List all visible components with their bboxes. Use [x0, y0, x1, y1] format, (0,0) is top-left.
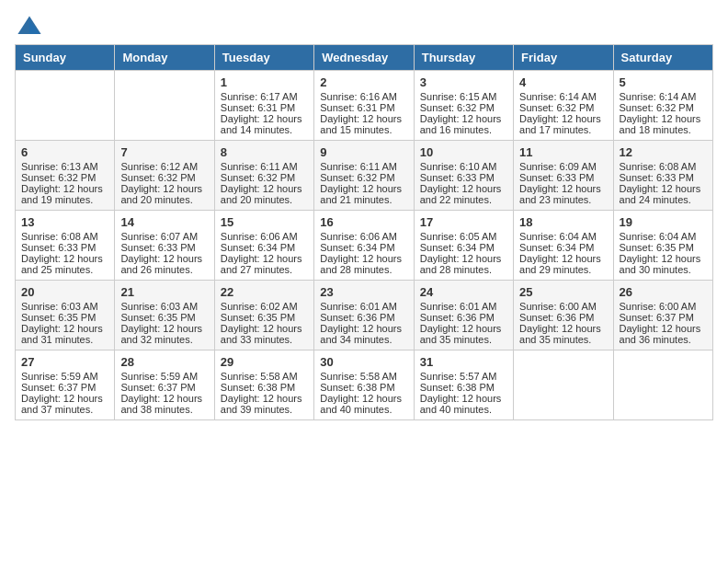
sunset-text: Sunset: 6:36 PM: [320, 312, 407, 323]
day-number: 11: [519, 145, 607, 159]
sunrise-text: Sunrise: 6:07 AM: [120, 231, 208, 242]
daylight-text: Daylight: 12 hours and 23 minutes.: [519, 183, 607, 205]
daylight-text: Daylight: 12 hours and 25 minutes.: [21, 253, 108, 275]
day-number: 5: [620, 75, 707, 89]
daylight-text: Daylight: 12 hours and 40 minutes.: [320, 393, 407, 415]
day-number: 7: [120, 145, 208, 159]
day-number: 24: [420, 285, 507, 299]
day-number: 28: [120, 355, 208, 369]
sunrise-text: Sunrise: 6:09 AM: [519, 161, 607, 172]
calendar-cell: 4Sunrise: 6:14 AMSunset: 6:32 PMDaylight…: [514, 71, 613, 141]
calendar-cell: 29Sunrise: 5:58 AMSunset: 6:38 PMDayligh…: [214, 350, 313, 420]
daylight-text: Daylight: 12 hours and 26 minutes.: [120, 253, 208, 275]
sunrise-text: Sunrise: 6:10 AM: [420, 161, 507, 172]
daylight-text: Daylight: 12 hours and 30 minutes.: [620, 253, 707, 275]
weekday-header-thursday: Thursday: [414, 45, 513, 71]
daylight-text: Daylight: 12 hours and 34 minutes.: [320, 323, 407, 345]
daylight-text: Daylight: 12 hours and 32 minutes.: [120, 323, 208, 345]
sunset-text: Sunset: 6:32 PM: [221, 172, 308, 183]
calendar-cell: 30Sunrise: 5:58 AMSunset: 6:38 PMDayligh…: [314, 350, 414, 420]
calendar-cell: 12Sunrise: 6:08 AMSunset: 6:33 PMDayligh…: [613, 141, 712, 211]
calendar-week-row: 1Sunrise: 6:17 AMSunset: 6:31 PMDaylight…: [16, 71, 713, 141]
calendar-cell: 28Sunrise: 5:59 AMSunset: 6:37 PMDayligh…: [115, 350, 214, 420]
day-number: 13: [21, 215, 108, 229]
sunrise-text: Sunrise: 5:59 AM: [120, 371, 208, 382]
sunset-text: Sunset: 6:35 PM: [221, 312, 308, 323]
sunrise-text: Sunrise: 6:11 AM: [221, 161, 308, 172]
calendar-cell: 3Sunrise: 6:15 AMSunset: 6:32 PMDaylight…: [414, 71, 513, 141]
calendar-week-row: 20Sunrise: 6:03 AMSunset: 6:35 PMDayligh…: [16, 281, 713, 350]
sunrise-text: Sunrise: 6:16 AM: [320, 91, 407, 102]
calendar-cell: 24Sunrise: 6:01 AMSunset: 6:36 PMDayligh…: [414, 281, 513, 350]
sunset-text: Sunset: 6:38 PM: [420, 382, 507, 393]
calendar-week-row: 6Sunrise: 6:13 AMSunset: 6:32 PMDaylight…: [16, 141, 713, 211]
calendar-week-row: 13Sunrise: 6:08 AMSunset: 6:33 PMDayligh…: [16, 211, 713, 281]
day-number: 19: [620, 215, 707, 229]
sunrise-text: Sunrise: 6:14 AM: [620, 91, 707, 102]
day-number: 2: [320, 75, 407, 89]
daylight-text: Daylight: 12 hours and 14 minutes.: [221, 113, 308, 135]
generalblue-icon: [17, 15, 42, 40]
sunset-text: Sunset: 6:32 PM: [120, 172, 208, 183]
calendar-cell: [16, 71, 115, 141]
logo: [15, 15, 42, 40]
calendar-cell: 23Sunrise: 6:01 AMSunset: 6:36 PMDayligh…: [314, 281, 414, 350]
sunset-text: Sunset: 6:37 PM: [120, 382, 208, 393]
weekday-header-monday: Monday: [115, 45, 214, 71]
daylight-text: Daylight: 12 hours and 17 minutes.: [519, 113, 607, 135]
sunset-text: Sunset: 6:32 PM: [21, 172, 108, 183]
calendar-cell: 16Sunrise: 6:06 AMSunset: 6:34 PMDayligh…: [314, 211, 414, 281]
sunrise-text: Sunrise: 6:05 AM: [420, 231, 507, 242]
daylight-text: Daylight: 12 hours and 28 minutes.: [320, 253, 407, 275]
day-number: 18: [519, 215, 607, 229]
weekday-header-friday: Friday: [514, 45, 613, 71]
weekday-header-tuesday: Tuesday: [214, 45, 313, 71]
calendar-cell: [115, 71, 214, 141]
daylight-text: Daylight: 12 hours and 36 minutes.: [620, 323, 707, 345]
day-number: 29: [221, 355, 308, 369]
daylight-text: Daylight: 12 hours and 39 minutes.: [221, 393, 308, 415]
day-number: 31: [420, 355, 507, 369]
sunrise-text: Sunrise: 6:14 AM: [519, 91, 607, 102]
calendar-cell: 10Sunrise: 6:10 AMSunset: 6:33 PMDayligh…: [414, 141, 513, 211]
sunset-text: Sunset: 6:34 PM: [420, 242, 507, 253]
sunset-text: Sunset: 6:32 PM: [320, 172, 407, 183]
calendar-cell: 22Sunrise: 6:02 AMSunset: 6:35 PMDayligh…: [214, 281, 313, 350]
weekday-header-sunday: Sunday: [16, 45, 115, 71]
sunrise-text: Sunrise: 6:17 AM: [221, 91, 308, 102]
sunrise-text: Sunrise: 6:03 AM: [120, 301, 208, 312]
calendar-cell: 7Sunrise: 6:12 AMSunset: 6:32 PMDaylight…: [115, 141, 214, 211]
day-number: 6: [21, 145, 108, 159]
calendar-cell: 19Sunrise: 6:04 AMSunset: 6:35 PMDayligh…: [613, 211, 712, 281]
daylight-text: Daylight: 12 hours and 27 minutes.: [221, 253, 308, 275]
sunset-text: Sunset: 6:33 PM: [519, 172, 607, 183]
sunset-text: Sunset: 6:34 PM: [320, 242, 407, 253]
daylight-text: Daylight: 12 hours and 31 minutes.: [21, 323, 108, 345]
calendar-cell: 31Sunrise: 5:57 AMSunset: 6:38 PMDayligh…: [414, 350, 513, 420]
daylight-text: Daylight: 12 hours and 28 minutes.: [420, 253, 507, 275]
day-number: 14: [120, 215, 208, 229]
sunrise-text: Sunrise: 6:01 AM: [320, 301, 407, 312]
sunset-text: Sunset: 6:32 PM: [620, 102, 707, 113]
calendar-cell: 20Sunrise: 6:03 AMSunset: 6:35 PMDayligh…: [16, 281, 115, 350]
daylight-text: Daylight: 12 hours and 20 minutes.: [120, 183, 208, 205]
daylight-text: Daylight: 12 hours and 33 minutes.: [221, 323, 308, 345]
day-number: 16: [320, 215, 407, 229]
calendar-cell: [514, 350, 613, 420]
sunset-text: Sunset: 6:31 PM: [320, 102, 407, 113]
sunset-text: Sunset: 6:37 PM: [620, 312, 707, 323]
daylight-text: Daylight: 12 hours and 29 minutes.: [519, 253, 607, 275]
weekday-header-row: SundayMondayTuesdayWednesdayThursdayFrid…: [16, 45, 713, 71]
sunrise-text: Sunrise: 6:00 AM: [620, 301, 707, 312]
calendar-cell: 26Sunrise: 6:00 AMSunset: 6:37 PMDayligh…: [613, 281, 712, 350]
calendar-cell: 9Sunrise: 6:11 AMSunset: 6:32 PMDaylight…: [314, 141, 414, 211]
sunrise-text: Sunrise: 6:00 AM: [519, 301, 607, 312]
day-number: 23: [320, 285, 407, 299]
calendar-cell: 13Sunrise: 6:08 AMSunset: 6:33 PMDayligh…: [16, 211, 115, 281]
sunset-text: Sunset: 6:37 PM: [21, 382, 108, 393]
sunset-text: Sunset: 6:33 PM: [120, 242, 208, 253]
sunrise-text: Sunrise: 6:06 AM: [221, 231, 308, 242]
sunset-text: Sunset: 6:34 PM: [519, 242, 607, 253]
calendar-cell: 1Sunrise: 6:17 AMSunset: 6:31 PMDaylight…: [214, 71, 313, 141]
sunrise-text: Sunrise: 6:08 AM: [620, 161, 707, 172]
